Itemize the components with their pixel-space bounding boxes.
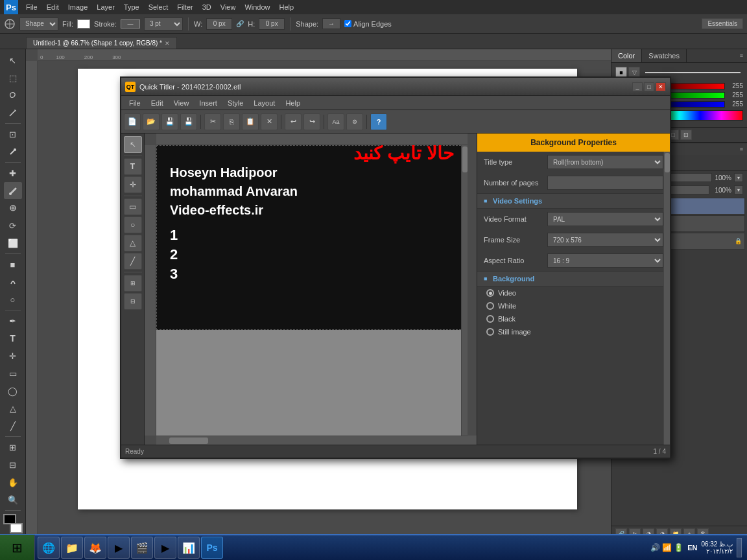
show-desktop-btn[interactable] bbox=[737, 538, 742, 557]
qt-grid-tool[interactable]: ⊞ bbox=[124, 275, 142, 292]
note-tool[interactable]: ⊞ bbox=[4, 439, 22, 456]
vs-collapse-icon[interactable]: ■ bbox=[484, 198, 490, 204]
background-color[interactable] bbox=[10, 523, 23, 533]
eraser-tool[interactable]: ⬜ bbox=[4, 235, 22, 251]
eyedropper-tool[interactable] bbox=[4, 143, 22, 160]
radio-white[interactable] bbox=[486, 302, 494, 310]
fg-bg-colors[interactable] bbox=[3, 514, 23, 533]
type-tool[interactable]: T bbox=[4, 330, 22, 347]
taskbar-app-media3[interactable]: 📊 bbox=[178, 537, 200, 559]
crop-tool[interactable]: ⊡ bbox=[4, 126, 22, 143]
video-format-dropdown[interactable]: PAL bbox=[547, 212, 663, 226]
qt-props-scroll-thumb[interactable] bbox=[665, 153, 670, 172]
opacity-menu[interactable]: ▾ bbox=[734, 173, 743, 182]
align-edges-checkbox[interactable] bbox=[344, 20, 351, 27]
fill-color-swatch[interactable] bbox=[77, 19, 90, 29]
fill-menu[interactable]: ▾ bbox=[734, 185, 743, 194]
document-tab[interactable]: Untitled-1 @ 66.7% (Shape 1 copy, RGB/8)… bbox=[26, 37, 177, 49]
clone-tool[interactable] bbox=[4, 200, 22, 216]
qt-menu-view[interactable]: View bbox=[169, 98, 195, 108]
num-pages-input[interactable] bbox=[547, 176, 663, 190]
qt-textsize-btn[interactable]: Aa bbox=[327, 113, 344, 130]
qt-saveall-btn[interactable]: 💾 bbox=[180, 113, 197, 130]
lasso-tool[interactable] bbox=[4, 87, 22, 104]
color-tab[interactable]: Color bbox=[611, 49, 642, 62]
qt-new-btn[interactable]: 📄 bbox=[124, 113, 141, 130]
qt-help-btn[interactable]: ? bbox=[370, 113, 387, 130]
qt-text-tool[interactable]: T bbox=[124, 158, 142, 175]
menu-image[interactable]: Image bbox=[64, 2, 92, 12]
menu-type[interactable]: Type bbox=[120, 2, 143, 12]
qt-triangle-tool[interactable]: △ bbox=[124, 235, 142, 251]
qt-hscroll-thumb[interactable] bbox=[169, 438, 208, 444]
close-btn[interactable]: ✕ bbox=[656, 82, 666, 91]
qt-menu-insert[interactable]: Insert bbox=[194, 98, 222, 108]
maximize-btn[interactable]: □ bbox=[644, 82, 654, 91]
radio-still[interactable] bbox=[486, 328, 494, 336]
qt-undo-btn[interactable]: ↩ bbox=[285, 113, 302, 130]
taskbar-app-ps[interactable]: Ps bbox=[201, 537, 223, 559]
shape-tool2[interactable]: ◯ bbox=[4, 382, 22, 399]
path-tool[interactable]: ✛ bbox=[4, 347, 22, 364]
qt-paste-btn[interactable]: 📋 bbox=[242, 113, 259, 130]
qt-save-btn[interactable]: 💾 bbox=[161, 113, 178, 130]
history-tool[interactable]: ⟳ bbox=[4, 217, 22, 234]
taskbar-app-explorer[interactable]: 📁 bbox=[61, 537, 83, 559]
qt-open-btn[interactable]: 📂 bbox=[143, 113, 160, 130]
qt-canvas-main[interactable]: حالا تایپ کنید Hoseyn Hadipoor mohammad … bbox=[156, 145, 468, 436]
qt-line-tool[interactable]: ╱ bbox=[124, 253, 142, 270]
qt-vscrollbar[interactable] bbox=[461, 145, 468, 436]
zoom-tool[interactable]: 🔍 bbox=[4, 491, 22, 508]
qt-menu-layout[interactable]: Layout bbox=[248, 98, 280, 108]
stroke-size-dropdown[interactable]: 3 pt bbox=[144, 18, 183, 30]
align-edges-check[interactable]: Align Edges bbox=[344, 20, 392, 28]
menu-edit[interactable]: Edit bbox=[43, 2, 63, 12]
qt-props-scrollbar[interactable] bbox=[663, 152, 670, 445]
bg-props-scroll-area[interactable]: Title type Roll(from bottom) Number of p… bbox=[477, 152, 670, 445]
dodge-tool[interactable]: ○ bbox=[4, 291, 22, 308]
wand-tool[interactable] bbox=[4, 104, 22, 121]
menu-3d[interactable]: 3D bbox=[198, 2, 215, 12]
qt-copy-btn[interactable]: ⎘ bbox=[223, 113, 240, 130]
hand-tool[interactable]: ✋ bbox=[4, 474, 22, 491]
qt-rect-tool[interactable]: ▭ bbox=[124, 198, 142, 215]
menu-layer[interactable]: Layer bbox=[93, 2, 119, 12]
qt-menu-style[interactable]: Style bbox=[222, 98, 248, 108]
qt-ellipse-tool[interactable]: ○ bbox=[124, 216, 142, 233]
menu-filter[interactable]: Filter bbox=[173, 2, 196, 12]
line-tool[interactable]: ╱ bbox=[4, 417, 22, 434]
qt-hscrollbar[interactable] bbox=[156, 436, 468, 445]
w-input[interactable] bbox=[206, 18, 232, 30]
stroke-preview[interactable]: — bbox=[121, 19, 140, 29]
swatches-tab[interactable]: Swatches bbox=[642, 49, 687, 62]
3d-tool[interactable]: ⊟ bbox=[4, 456, 22, 473]
marquee-tool[interactable]: ⬚ bbox=[4, 69, 22, 86]
menu-select[interactable]: Select bbox=[145, 2, 172, 12]
qt-menu-help[interactable]: Help bbox=[280, 98, 305, 108]
menu-help[interactable]: Help bbox=[276, 2, 298, 12]
panel-expand-btn[interactable]: ≡ bbox=[736, 50, 747, 62]
title-type-dropdown[interactable]: Roll(from bottom) bbox=[547, 155, 663, 169]
brush-tool[interactable] bbox=[4, 182, 22, 199]
menu-window[interactable]: Window bbox=[241, 2, 274, 12]
shape-tool[interactable]: ▭ bbox=[4, 365, 22, 382]
taskbar-app-media1[interactable]: ▶ bbox=[108, 537, 130, 559]
pen-tool[interactable]: ✒ bbox=[4, 312, 22, 329]
tab-close-btn[interactable]: ✕ bbox=[165, 40, 170, 47]
bg-collapse-icon[interactable]: ■ bbox=[484, 275, 490, 282]
qt-menu-edit[interactable]: Edit bbox=[146, 98, 169, 108]
triangle-tool[interactable]: △ bbox=[4, 400, 22, 417]
menu-file[interactable]: File bbox=[22, 2, 42, 12]
qt-move-tool[interactable]: ✛ bbox=[124, 176, 142, 193]
shape-selector[interactable]: → bbox=[322, 18, 340, 29]
qt-delete-btn[interactable]: ✕ bbox=[261, 113, 278, 130]
radio-video[interactable] bbox=[486, 289, 494, 297]
menu-view[interactable]: View bbox=[217, 2, 240, 12]
start-button[interactable]: ⊞ bbox=[0, 535, 35, 560]
qt-redo-btn[interactable]: ↪ bbox=[303, 113, 320, 130]
qt-cut-btn[interactable]: ✂ bbox=[204, 113, 221, 130]
blur-tool[interactable] bbox=[4, 274, 22, 290]
qt-menu-file[interactable]: File bbox=[124, 98, 146, 108]
h-input[interactable] bbox=[259, 18, 285, 30]
panel-icon6[interactable]: ⊡ bbox=[680, 130, 692, 140]
